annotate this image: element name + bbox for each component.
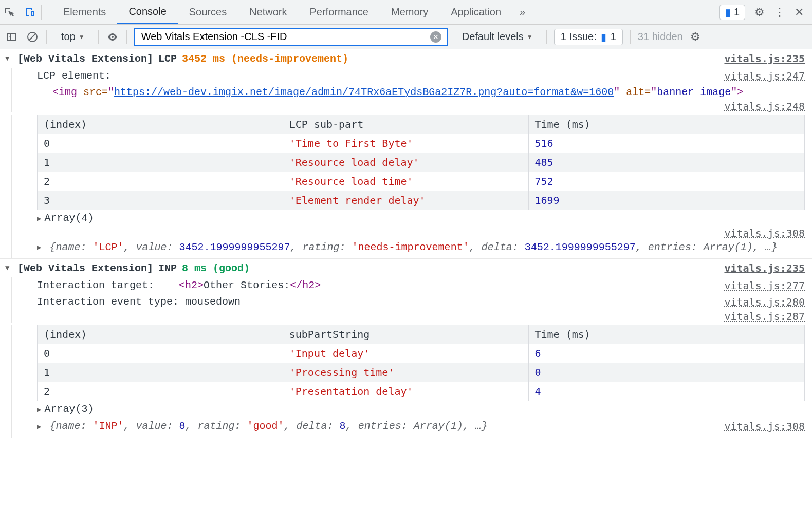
chevron-down-icon: ▼ <box>79 33 85 41</box>
more-icon[interactable]: ⋮ <box>774 6 785 19</box>
source-link[interactable]: vitals.js:235 <box>724 262 805 274</box>
inp-table-container: (index) subPartString Time (ms) 0'Input … <box>0 325 812 418</box>
group-header-inp[interactable]: ▼ [Web Vitals Extension] INP 8 ms (good)… <box>0 259 812 277</box>
source-link[interactable]: vitals.js:235 <box>724 52 805 65</box>
group-inp: ▼ [Web Vitals Extension] INP 8 ms (good)… <box>0 259 812 438</box>
th-time[interactable]: Time (ms) <box>528 325 805 344</box>
disclosure-triangle-icon[interactable]: ▼ <box>5 54 12 63</box>
group-prefix: [Web Vitals Extension] <box>17 262 153 274</box>
log-entry-lcp-object[interactable]: ▶ {name: 'LCP', value: 3452.199999995529… <box>0 239 812 258</box>
expand-arrow-icon[interactable]: ▶ <box>37 422 41 431</box>
tabstrip-right: ▮ 1 ⚙ ⋮ ✕ <box>719 5 809 20</box>
source-link[interactable]: vitals.js:248 <box>724 100 805 112</box>
log-entry-table-src-inp: vitals.js:287 <box>0 310 812 323</box>
divider <box>126 30 127 44</box>
log-entry-interaction-target: Interaction target: <h2>Other Stories:</… <box>0 277 812 294</box>
filter-input-container: ✕ <box>134 28 448 46</box>
tab-elements[interactable]: Elements <box>52 0 117 24</box>
source-link[interactable]: vitals.js:308 <box>724 420 805 432</box>
group-metric: LCP <box>158 53 177 65</box>
messages-badge[interactable]: ▮ 1 <box>719 5 745 20</box>
group-metric-value: 8 ms (good) <box>182 262 250 274</box>
lcp-table: (index) LCP sub-part Time (ms) 0'Time to… <box>37 115 805 210</box>
log-entry-obj-src: vitals.js:308 <box>0 227 812 239</box>
settings-icon[interactable]: ⚙ <box>754 6 765 19</box>
expand-arrow-icon[interactable]: ▶ <box>37 243 41 252</box>
filter-input[interactable] <box>140 30 426 43</box>
object-preview: {name: 'INP', value: 8, rating: 'good', … <box>49 420 719 432</box>
html-preview[interactable]: <img src="https://web-dev.imgix.net/imag… <box>37 86 805 98</box>
issues-prefix: 1 Issue: <box>561 31 597 43</box>
table-row: 0'Input delay'6 <box>38 344 805 363</box>
chat-icon: ▮ <box>725 6 731 18</box>
group-lcp: ▼ [Web Vitals Extension] LCP 3452 ms (ne… <box>0 49 812 259</box>
lcp-img-alt: banner image <box>657 86 731 98</box>
divider <box>630 30 631 44</box>
group-header-lcp[interactable]: ▼ [Web Vitals Extension] LCP 3452 ms (ne… <box>0 49 812 68</box>
console-settings-icon[interactable]: ⚙ <box>690 30 700 44</box>
log-label: LCP element: <box>37 70 111 82</box>
lcp-table-container: (index) LCP sub-part Time (ms) 0'Time to… <box>0 115 812 227</box>
log-text: Interaction event type: mousedown <box>37 296 719 308</box>
tab-overflow[interactable]: » <box>512 0 532 24</box>
table-row: 1'Processing time'0 <box>38 363 805 382</box>
clear-filter-icon[interactable]: ✕ <box>430 31 441 43</box>
group-metric: INP <box>158 262 177 274</box>
log-entry-lcp-element: LCP element: vitals.js:247 <box>0 68 812 84</box>
th-subpart[interactable]: LCP sub-part <box>283 115 528 134</box>
log-levels-selector[interactable]: Default levels ▼ <box>455 28 539 46</box>
close-devtools-icon[interactable]: ✕ <box>795 6 804 19</box>
expand-arrow-icon[interactable]: ▶ <box>37 215 41 223</box>
source-link[interactable]: vitals.js:287 <box>724 310 805 323</box>
th-time[interactable]: Time (ms) <box>528 115 805 134</box>
source-link[interactable]: vitals.js:247 <box>724 70 805 82</box>
table-row: 2'Presentation delay'4 <box>38 382 805 401</box>
expand-arrow-icon[interactable]: ▶ <box>37 406 41 414</box>
hidden-count[interactable]: 31 hidden <box>638 31 683 43</box>
array-collapsed[interactable]: ▶Array(3) <box>37 403 805 415</box>
group-metric-value: 3452 ms (needs-improvement) <box>182 53 348 65</box>
inspect-icon[interactable] <box>3 6 16 18</box>
svg-line-1 <box>29 34 35 40</box>
tab-sources[interactable]: Sources <box>178 0 238 24</box>
log-text: LCP element: <box>37 70 719 82</box>
log-entry-inp-object[interactable]: ▶ {name: 'INP', value: 8, rating: 'good'… <box>0 418 812 438</box>
divider <box>98 30 99 44</box>
sidebar-toggle-icon[interactable] <box>5 31 19 43</box>
tab-console[interactable]: Console <box>117 0 177 24</box>
issues-count: 1 <box>611 31 616 43</box>
source-link[interactable]: vitals.js:308 <box>724 227 805 239</box>
object-preview: {name: 'LCP', value: 3452.1999999955297,… <box>49 241 805 253</box>
lcp-img-src[interactable]: https://web-dev.imgix.net/image/admin/74… <box>114 86 614 98</box>
device-toggle-icon[interactable] <box>24 6 37 18</box>
divider <box>46 30 47 44</box>
console-output: ▼ [Web Vitals Extension] LCP 3452 ms (ne… <box>0 49 812 438</box>
tab-memory[interactable]: Memory <box>380 0 439 24</box>
divider <box>546 30 547 44</box>
clear-console-icon[interactable] <box>26 31 39 43</box>
divider <box>41 5 42 20</box>
live-expression-icon[interactable] <box>106 31 119 43</box>
log-text: Interaction target: <h2>Other Stories:</… <box>37 279 719 291</box>
disclosure-triangle-icon[interactable]: ▼ <box>5 264 12 272</box>
devtools-tabstrip: Elements Console Sources Network Perform… <box>0 0 812 25</box>
group-prefix: [Web Vitals Extension] <box>17 53 153 65</box>
th-index[interactable]: (index) <box>38 115 283 134</box>
th-subpart[interactable]: subPartString <box>283 325 528 344</box>
table-row: 2'Resource load time'752 <box>38 172 805 191</box>
source-link[interactable]: vitals.js:280 <box>724 296 805 308</box>
panel-tabs: Elements Console Sources Network Perform… <box>52 0 532 24</box>
tab-performance[interactable]: Performance <box>299 0 380 24</box>
tab-network[interactable]: Network <box>238 0 298 24</box>
issues-button[interactable]: 1 Issue: ▮ 1 <box>554 29 623 45</box>
tab-application[interactable]: Application <box>439 0 512 24</box>
chevron-down-icon: ▼ <box>527 33 533 41</box>
th-index[interactable]: (index) <box>38 325 283 344</box>
array-collapsed[interactable]: ▶Array(4) <box>37 212 805 224</box>
log-entry-lcp-html: <img src="https://web-dev.imgix.net/imag… <box>0 84 812 100</box>
source-link[interactable]: vitals.js:277 <box>724 279 805 292</box>
log-entry-table-src: vitals.js:248 <box>0 100 812 112</box>
table-row: 1'Resource load delay'485 <box>38 153 805 172</box>
context-selector[interactable]: top ▼ <box>54 28 91 46</box>
console-toolbar: top ▼ ✕ Default levels ▼ 1 Issue: ▮ 1 31… <box>0 25 812 49</box>
